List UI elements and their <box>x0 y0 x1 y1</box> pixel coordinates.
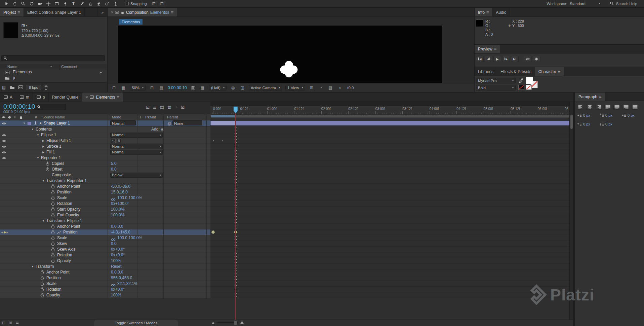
timeline-tab-a[interactable]: A <box>0 93 16 102</box>
property-row-anchor-point[interactable]: Anchor Point-50.0,-36.0 <box>0 184 210 189</box>
link-icon[interactable] <box>111 283 116 285</box>
resolution-dropdown[interactable]: (Half)▾ <box>209 85 227 90</box>
font-family-dropdown[interactable]: Myriad Pro▾ <box>476 78 516 83</box>
paragraph-field-value[interactable]: 0 px <box>605 122 612 126</box>
property-value[interactable]: 956.0,458.0 <box>111 275 132 281</box>
preview-timecode[interactable]: 0:00:00:10 <box>168 85 187 90</box>
timeline-button-icon[interactable]: ◔ <box>318 85 324 90</box>
reset-link[interactable]: Reset <box>111 264 121 269</box>
stopwatch-icon[interactable] <box>51 259 55 263</box>
workspace-dropdown[interactable]: Standard ▾ <box>570 2 600 6</box>
last-frame-button[interactable]: ▶ <box>511 56 519 62</box>
panel-menu-icon[interactable]: ≡ <box>17 10 20 15</box>
justify-last-right-button[interactable] <box>622 104 629 110</box>
tab-audio[interactable]: Audio <box>493 8 510 16</box>
property-row-rotation[interactable]: Rotation0x+0.0° <box>0 252 210 258</box>
parent-dropdown[interactable]: None▾ <box>172 120 202 125</box>
panel-menu-icon[interactable]: ≡ <box>117 95 119 100</box>
pan-behind-tool[interactable] <box>44 1 52 7</box>
property-row-scale[interactable]: Scale100.0,100.0% <box>0 195 210 201</box>
stopwatch-icon[interactable] <box>51 202 55 206</box>
stopwatch-icon[interactable] <box>51 242 55 246</box>
view-layout-dropdown[interactable]: 1 View▾ <box>285 85 305 90</box>
property-value[interactable]: 100% <box>111 258 121 264</box>
timeline-tab-render-queue[interactable]: Render Queue <box>49 93 82 102</box>
snapping-checkbox[interactable] <box>125 2 129 5</box>
brush-tool[interactable] <box>78 1 86 7</box>
property-value[interactable]: 100.0,100.0% <box>117 195 142 201</box>
rotation-tool[interactable] <box>27 1 36 7</box>
align-right-button[interactable] <box>595 104 602 110</box>
property-row-skew-axis[interactable]: Skew Axis0x+0.0° <box>0 247 210 252</box>
property-row-opacity[interactable]: Opacity100% <box>0 258 210 264</box>
next-keyframe-icon[interactable]: ▶ <box>6 229 8 235</box>
snap-features-icon[interactable]: ⊟ <box>159 1 165 6</box>
property-value[interactable]: 100.0% <box>111 207 125 212</box>
time-ruler[interactable]: 0:00f0:12f01:00f01:12f02:00f02:12f03:00f… <box>210 106 569 114</box>
project-item-p[interactable]: p <box>0 75 107 81</box>
pickwhip-icon[interactable]: @ <box>167 121 171 126</box>
stopwatch-icon[interactable] <box>51 253 55 257</box>
property-row-transform-repeater-1[interactable]: ▼Transform: Repeater 1 <box>0 178 210 184</box>
column-mode[interactable]: Mode <box>112 115 121 119</box>
close-icon[interactable]: × <box>111 10 113 15</box>
font-style-dropdown[interactable]: Bold▾ <box>476 85 516 90</box>
layer-duration-bar[interactable] <box>210 121 569 125</box>
tab-project[interactable]: Project ≡ <box>0 8 24 16</box>
property-value[interactable]: 0.0 <box>111 241 117 247</box>
property-value[interactable]: 0x+0.0° <box>111 252 125 258</box>
layer-row-shape-layer-1[interactable]: ▼ 1 ★ Shape Layer 1 Normal▾ @ None▾ <box>0 120 210 126</box>
no-stroke-swatch[interactable] <box>526 85 532 90</box>
timeline-tab-elementos[interactable]: ×Elementos≡ <box>82 93 123 102</box>
loop-button[interactable] <box>524 56 532 62</box>
region-of-interest-icon[interactable]: ◎ <box>230 85 236 90</box>
layer-color-swatch[interactable] <box>28 122 31 125</box>
stopwatch-icon[interactable] <box>51 247 55 252</box>
playhead-marker[interactable] <box>233 106 238 114</box>
flowchart-button-icon[interactable]: ▧ <box>327 85 333 90</box>
paragraph-field-value[interactable]: 0 px <box>583 122 590 126</box>
tab-overflow-chevron[interactable]: » <box>97 8 107 16</box>
lock-icon[interactable] <box>121 10 124 14</box>
layer-name[interactable]: Shape Layer 1 <box>44 120 70 126</box>
panel-menu-icon[interactable]: ≡ <box>171 10 173 15</box>
project-list-header[interactable]: Name ▴ Comment <box>0 64 107 69</box>
eyedropper-icon[interactable] <box>518 78 524 83</box>
zoom-slider-handle[interactable] <box>234 321 237 325</box>
property-row-transform[interactable]: ▼TransformReset <box>0 264 210 269</box>
stopwatch-icon[interactable] <box>40 270 44 275</box>
stopwatch-icon[interactable] <box>51 230 55 234</box>
show-snapshot-icon[interactable]: ▦ <box>200 85 206 90</box>
property-row-rotation[interactable]: Rotation0x+100.0° <box>0 201 210 207</box>
property-row-scale[interactable]: Scale32.1,32.1% <box>0 281 210 287</box>
fast-previews-icon[interactable]: ⊞ <box>309 85 315 90</box>
twirl-right-icon[interactable]: ▶ <box>41 138 45 144</box>
panel-menu-icon[interactable]: ≡ <box>558 69 561 74</box>
justify-all-button[interactable] <box>632 104 638 110</box>
justify-last-center-button[interactable] <box>613 104 620 110</box>
current-timecode[interactable]: 0:00:00:10 <box>3 103 35 110</box>
first-frame-button[interactable]: ◀ <box>476 56 484 62</box>
property-row-skew[interactable]: Skew0.0 <box>0 241 210 247</box>
property-row-end-opacity[interactable]: End Opacity100.0% <box>0 212 210 218</box>
property-value[interactable]: 15.0,16.0 <box>111 189 128 195</box>
property-row-rotation[interactable]: Rotation0x+0.0° <box>0 287 210 292</box>
type-tool[interactable]: T <box>69 1 78 7</box>
stopwatch-icon[interactable] <box>51 184 55 189</box>
justify-last-left-button[interactable] <box>604 104 611 110</box>
link-icon[interactable] <box>111 237 116 240</box>
eye-icon[interactable] <box>2 156 6 160</box>
property-row-start-opacity[interactable]: Start Opacity100.0% <box>0 207 210 212</box>
column-trkmat[interactable]: TrkMat <box>145 115 156 119</box>
property-value[interactable]: 100% <box>111 292 121 298</box>
stopwatch-icon[interactable] <box>51 196 55 200</box>
twirl-down-icon[interactable]: ▼ <box>31 126 35 132</box>
stamp-tool[interactable] <box>86 1 94 7</box>
prev-keyframe-icon[interactable]: ◀ <box>1 229 3 235</box>
property-row-ellipse-1[interactable]: ▼Ellipse 1Normal▾ <box>0 132 210 138</box>
property-value[interactable]: 0.0 <box>111 167 117 172</box>
comp-mini-flowchart-icon[interactable]: ⊡ <box>146 105 150 110</box>
scrollbar-handle[interactable] <box>570 115 573 129</box>
zoom-tool[interactable] <box>19 1 27 7</box>
property-row-opacity[interactable]: Opacity100% <box>0 292 210 298</box>
